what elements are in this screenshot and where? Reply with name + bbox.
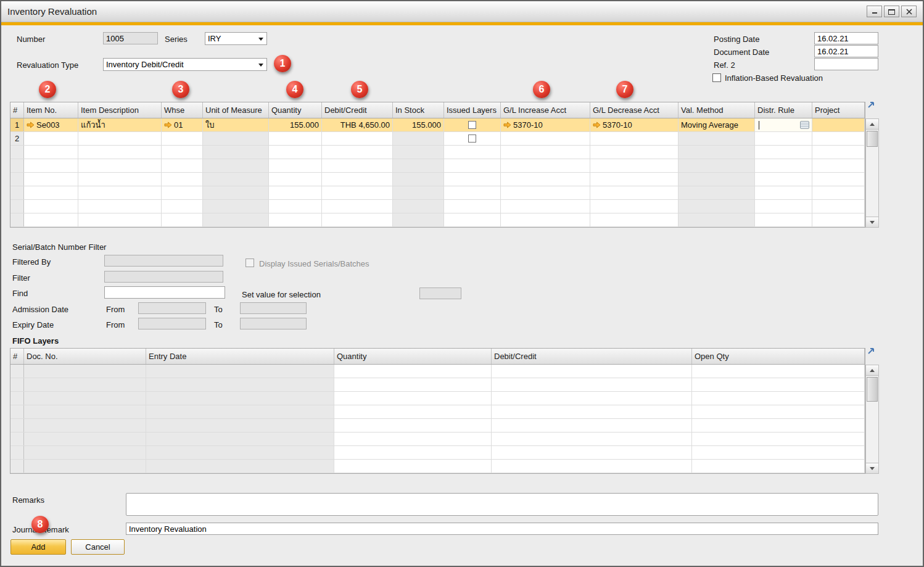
cell-gl_increase[interactable]	[501, 173, 590, 186]
display-issued-checkbox[interactable]	[245, 259, 254, 267]
cell-issued_layers[interactable]	[444, 146, 501, 159]
cell-project[interactable]	[812, 186, 865, 199]
cell-whse[interactable]	[162, 213, 203, 226]
cell-gl_increase[interactable]	[501, 132, 590, 145]
cell-quantity[interactable]	[334, 419, 492, 432]
cell-doc_no[interactable]	[24, 405, 146, 418]
cell-in_stock[interactable]	[393, 159, 444, 172]
cell-debit_credit[interactable]: THB 4,650.00	[322, 118, 393, 131]
cell-description[interactable]	[78, 146, 162, 159]
cell-project[interactable]	[812, 118, 865, 131]
link-arrow-icon[interactable]	[503, 122, 511, 128]
items-grid-expand-icon[interactable]	[867, 100, 877, 110]
cell-val_method[interactable]	[679, 213, 755, 226]
cell-debit_credit[interactable]	[322, 213, 393, 226]
cell-open_qty[interactable]	[692, 432, 865, 445]
cell-open_qty[interactable]	[692, 446, 865, 459]
cell-quantity[interactable]	[334, 405, 492, 418]
cell-distr_rule[interactable]	[755, 146, 812, 159]
cell-item_no[interactable]: Se003	[24, 118, 78, 131]
cell-issued_layers[interactable]	[444, 118, 501, 131]
cell-distr_rule[interactable]	[755, 200, 812, 213]
cell-doc_no[interactable]	[24, 365, 146, 378]
cell-doc_no[interactable]	[24, 419, 146, 432]
issued-layers-checkbox[interactable]	[468, 121, 476, 129]
cell-in_stock[interactable]	[393, 200, 444, 213]
cell-uom[interactable]	[203, 132, 269, 145]
cell-uom[interactable]	[203, 200, 269, 213]
cell-val_method[interactable]	[679, 159, 755, 172]
cell-debit_credit[interactable]	[322, 200, 393, 213]
cell-doc_no[interactable]	[24, 378, 146, 391]
cell-whse[interactable]	[162, 132, 203, 145]
distr-rule-selector-icon[interactable]	[800, 121, 809, 129]
cell-debit_credit[interactable]	[492, 405, 692, 418]
cell-doc_no[interactable]	[24, 432, 146, 445]
number-field[interactable]: 1005	[103, 32, 158, 44]
ref2-field[interactable]	[814, 58, 878, 70]
cell-issued_layers[interactable]	[444, 200, 501, 213]
cell-project[interactable]	[812, 200, 865, 213]
cell-debit_credit[interactable]	[322, 159, 393, 172]
cell-quantity[interactable]	[334, 432, 492, 445]
cell-doc_no[interactable]	[24, 392, 146, 405]
cell-val_method[interactable]	[679, 173, 755, 186]
cell-whse[interactable]	[162, 200, 203, 213]
expiry-from-field[interactable]	[138, 318, 206, 329]
cell-project[interactable]	[812, 159, 865, 172]
revaluation-type-dropdown[interactable]: Inventory Debit/Credit	[103, 58, 267, 71]
cell-item_no[interactable]	[24, 159, 78, 172]
journal-remark-field[interactable]: Inventory Revaluation	[126, 523, 878, 535]
cell-item_no[interactable]	[24, 213, 78, 226]
scroll-up-button[interactable]	[865, 118, 879, 130]
cell-whse[interactable]	[162, 186, 203, 199]
cell-debit_credit[interactable]	[492, 378, 692, 391]
cell-gl_decrease[interactable]	[590, 173, 679, 186]
cell-issued_layers[interactable]	[444, 186, 501, 199]
cell-entry_date[interactable]	[146, 432, 334, 445]
cell-entry_date[interactable]	[146, 419, 334, 432]
close-button[interactable]	[901, 6, 917, 17]
cell-entry_date[interactable]	[146, 405, 334, 418]
cell-in_stock[interactable]	[393, 173, 444, 186]
cell-entry_date[interactable]	[146, 378, 334, 391]
cell-gl_decrease[interactable]	[590, 186, 679, 199]
cell-val_method[interactable]	[679, 200, 755, 213]
filter-field[interactable]	[104, 271, 223, 283]
remarks-field[interactable]	[126, 493, 878, 516]
cell-whse[interactable]	[162, 159, 203, 172]
cell-entry_date[interactable]	[146, 392, 334, 405]
cell-description[interactable]	[78, 213, 162, 226]
cell-val_method[interactable]: Moving Average	[679, 118, 755, 131]
cell-in_stock[interactable]	[393, 186, 444, 199]
cell-debit_credit[interactable]	[322, 146, 393, 159]
cell-distr_rule[interactable]	[755, 173, 812, 186]
fifo-grid-scrollbar[interactable]	[865, 365, 879, 474]
cell-in_stock[interactable]	[393, 132, 444, 145]
cell-gl_decrease[interactable]	[590, 159, 679, 172]
cell-quantity[interactable]	[334, 365, 492, 378]
cell-issued_layers[interactable]	[444, 132, 501, 145]
link-arrow-icon[interactable]	[164, 122, 172, 128]
cell-issued_layers[interactable]	[444, 173, 501, 186]
cell-issued_layers[interactable]	[444, 159, 501, 172]
cell-description[interactable]	[78, 186, 162, 199]
cell-item_no[interactable]	[24, 173, 78, 186]
cell-open_qty[interactable]	[692, 405, 865, 418]
cell-quantity[interactable]	[269, 132, 322, 145]
cell-debit_credit[interactable]	[492, 392, 692, 405]
cell-quantity[interactable]: 155.000	[269, 118, 322, 131]
cell-val_method[interactable]	[679, 146, 755, 159]
cell-doc_no[interactable]	[24, 460, 146, 473]
cell-debit_credit[interactable]	[322, 173, 393, 186]
cell-item_no[interactable]	[24, 200, 78, 213]
cell-description[interactable]	[78, 132, 162, 145]
set-value-field[interactable]	[419, 288, 461, 299]
document-date-field[interactable]: 16.02.21	[814, 45, 878, 57]
cell-in_stock[interactable]	[393, 146, 444, 159]
cell-entry_date[interactable]	[146, 460, 334, 473]
inflation-checkbox[interactable]	[712, 73, 721, 82]
cell-gl_increase[interactable]	[501, 213, 590, 226]
cell-open_qty[interactable]	[692, 392, 865, 405]
cell-quantity[interactable]	[269, 213, 322, 226]
